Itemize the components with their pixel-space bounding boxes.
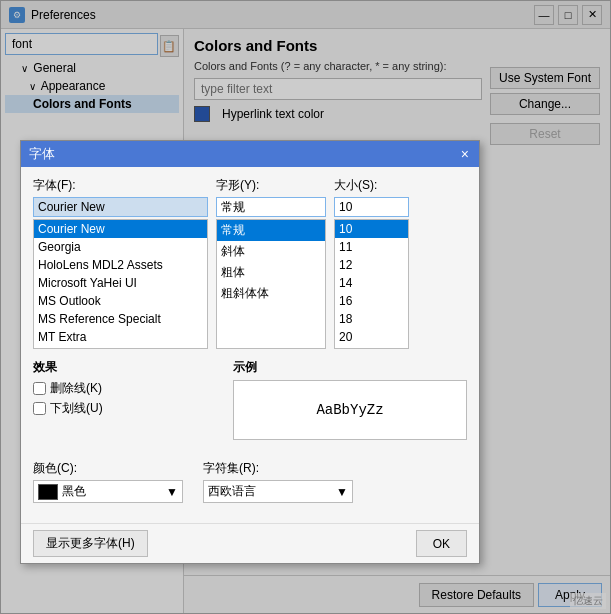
size-list-item[interactable]: 18 [335, 310, 408, 328]
font-list-item[interactable]: HoloLens MDL2 Assets [34, 256, 207, 274]
font-list-item[interactable]: MS Reference Specialt [34, 310, 207, 328]
font-style-input[interactable] [216, 197, 326, 217]
font-face-input[interactable] [33, 197, 208, 217]
effects-col: 效果 删除线(K) 下划线(U) [33, 359, 213, 450]
strikethrough-row: 删除线(K) [33, 380, 213, 397]
font-list-item[interactable]: Georgia [34, 238, 207, 256]
font-style-column: 字形(Y): 常规 斜体 粗体 粗斜体体 [216, 177, 326, 349]
font-style-list[interactable]: 常规 斜体 粗体 粗斜体体 [216, 219, 326, 349]
font-face-label: 字体(F): [33, 177, 208, 194]
size-list-item[interactable]: 12 [335, 256, 408, 274]
charset-col: 字符集(R): 西欧语言 ▼ [203, 460, 353, 503]
color-box [38, 484, 58, 500]
preview-col: 示例 AaBbYyZz [233, 359, 467, 450]
charset-select[interactable]: 西欧语言 ▼ [203, 480, 353, 503]
size-list-item[interactable]: 10 [335, 220, 408, 238]
strikethrough-checkbox[interactable] [33, 382, 46, 395]
font-face-list[interactable]: Courier New Georgia HoloLens MDL2 Assets… [33, 219, 208, 349]
font-dialog-body: 字体(F): Courier New Georgia HoloLens MDL2… [21, 167, 479, 523]
color-dropdown-arrow: ▼ [166, 485, 178, 499]
charset-value: 西欧语言 [208, 483, 256, 500]
color-select[interactable]: 黑色 ▼ [33, 480, 183, 503]
effects-preview-section: 效果 删除线(K) 下划线(U) 示例 AaBbYyZz [33, 359, 467, 450]
font-size-label: 大小(S): [334, 177, 409, 194]
font-face-column: 字体(F): Courier New Georgia HoloLens MDL2… [33, 177, 208, 349]
font-dialog: 字体 × 字体(F): Courier New Georgia HoloLens… [20, 140, 480, 564]
font-size-input[interactable] [334, 197, 409, 217]
font-dialog-titlebar: 字体 × [21, 141, 479, 167]
font-list-item[interactable]: MT Extra [34, 328, 207, 346]
size-list-item[interactable]: 20 [335, 328, 408, 346]
charset-dropdown-arrow: ▼ [336, 485, 348, 499]
charset-label: 字符集(R): [203, 460, 353, 477]
color-value: 黑色 [62, 483, 86, 500]
style-list-item[interactable]: 粗体 [217, 262, 325, 283]
font-size-column: 大小(S): 10 11 12 14 16 18 20 [334, 177, 409, 349]
show-more-fonts-button[interactable]: 显示更多字体(H) [33, 530, 148, 557]
ok-button[interactable]: OK [416, 530, 467, 557]
preview-text: AaBbYyZz [316, 402, 383, 418]
preview-label: 示例 [233, 359, 467, 376]
font-dialog-close-button[interactable]: × [459, 146, 471, 162]
preview-section: AaBbYyZz [233, 380, 467, 440]
font-style-label: 字形(Y): [216, 177, 326, 194]
effects-label: 效果 [33, 359, 213, 376]
size-list-item[interactable]: 14 [335, 274, 408, 292]
color-charset-row: 颜色(C): 黑色 ▼ 字符集(R): 西欧语言 ▼ [33, 460, 467, 503]
size-list-item[interactable]: 11 [335, 238, 408, 256]
style-list-item[interactable]: 斜体 [217, 241, 325, 262]
font-list-item[interactable]: Microsoft YaHei UI [34, 274, 207, 292]
font-list-item[interactable]: Courier New [34, 220, 207, 238]
strikethrough-label: 删除线(K) [50, 380, 102, 397]
size-list-item[interactable]: 16 [335, 292, 408, 310]
style-list-item[interactable]: 粗斜体体 [217, 283, 325, 304]
font-dialog-title: 字体 [29, 145, 55, 163]
font-dialog-overlay: 字体 × 字体(F): Courier New Georgia HoloLens… [0, 0, 611, 614]
underline-row: 下划线(U) [33, 400, 213, 417]
underline-checkbox[interactable] [33, 402, 46, 415]
font-size-list[interactable]: 10 11 12 14 16 18 20 [334, 219, 409, 349]
color-col: 颜色(C): 黑色 ▼ [33, 460, 183, 503]
font-columns: 字体(F): Courier New Georgia HoloLens MDL2… [33, 177, 467, 349]
style-list-item[interactable]: 常规 [217, 220, 325, 241]
font-dialog-bottom: 显示更多字体(H) OK [21, 523, 479, 563]
underline-label: 下划线(U) [50, 400, 103, 417]
color-label: 颜色(C): [33, 460, 183, 477]
font-list-item[interactable]: MS Outlook [34, 292, 207, 310]
